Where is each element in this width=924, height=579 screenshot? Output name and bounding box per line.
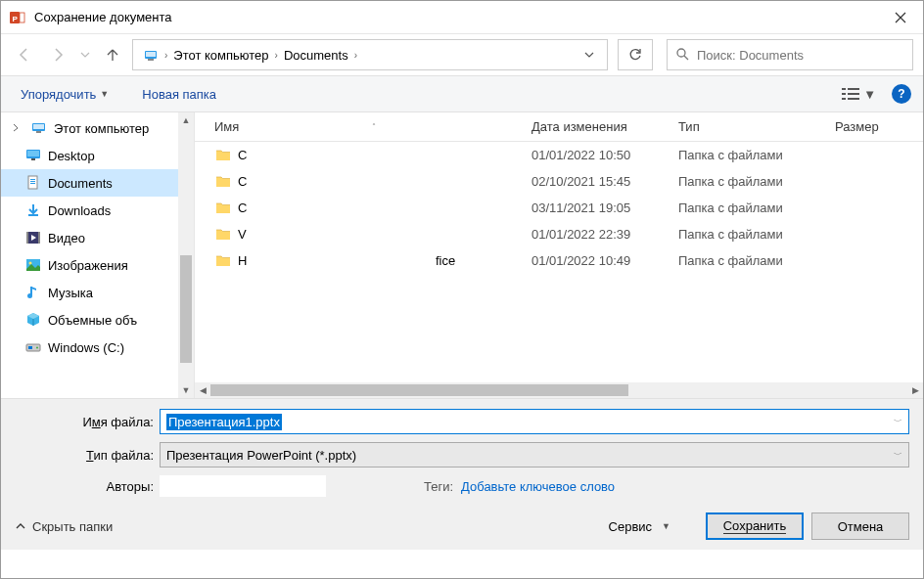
filename-input[interactable]: Презентация1.pptx ﹀ <box>160 409 909 434</box>
svg-rect-9 <box>842 93 846 95</box>
breadcrumb-root[interactable]: Этот компьютер <box>167 41 274 68</box>
folder-icon <box>214 173 232 191</box>
chevron-right-icon: › <box>354 50 357 61</box>
sidebar-item-desktop[interactable]: Desktop <box>1 142 194 169</box>
svg-rect-23 <box>28 214 38 216</box>
folder-icon <box>214 226 232 244</box>
scroll-up-icon[interactable]: ▲ <box>178 112 194 128</box>
svg-rect-7 <box>842 88 846 90</box>
file-name: V <box>238 227 531 242</box>
authors-label: Авторы: <box>15 479 160 494</box>
tags-add-link[interactable]: Добавьте ключевое слово <box>461 479 615 494</box>
filename-label: Имя файла: <box>15 415 160 429</box>
svg-rect-31 <box>28 346 32 349</box>
col-size-header[interactable]: Размер <box>835 119 913 134</box>
svg-rect-8 <box>848 88 859 90</box>
file-row[interactable]: C01/01/2022 10:50Папка с файлами <box>195 142 923 168</box>
close-button[interactable] <box>878 1 923 34</box>
new-folder-button[interactable]: Новая папка <box>134 83 224 106</box>
nav-back-button[interactable] <box>11 41 38 68</box>
svg-point-28 <box>29 262 32 265</box>
pc-icon <box>30 119 48 137</box>
img-icon <box>24 256 42 274</box>
hide-folders-button[interactable]: Скрыть папки <box>15 519 113 534</box>
sidebar-item-label: Этот компьютер <box>54 121 149 136</box>
breadcrumb-dropdown[interactable] <box>576 41 603 68</box>
help-button[interactable]: ? <box>892 84 911 104</box>
svg-rect-21 <box>30 181 35 182</box>
cancel-button[interactable]: Отмена <box>811 512 909 540</box>
sidebar-item-dl[interactable]: Downloads <box>1 197 194 224</box>
sort-asc-icon: ˄ <box>372 122 376 131</box>
nav-forward-button[interactable] <box>44 41 71 68</box>
svg-rect-19 <box>28 176 37 189</box>
col-name-label: Имя <box>214 119 239 134</box>
col-name-header[interactable]: Имя˄ <box>214 119 531 134</box>
organize-button[interactable]: Упорядочить ▼ <box>13 83 116 106</box>
sidebar-item-drive[interactable]: Windows (C:) <box>1 334 194 361</box>
folder-icon <box>214 200 232 217</box>
save-label: Сохранить <box>723 519 787 534</box>
breadcrumb-current[interactable]: Documents <box>278 41 354 68</box>
file-row[interactable]: V01/01/2022 22:39Папка с файлами <box>195 221 923 247</box>
search-icon <box>675 47 689 64</box>
svg-rect-5 <box>148 59 154 61</box>
breadcrumb-root-icon[interactable] <box>137 41 164 68</box>
file-row[interactable]: C02/10/2021 15:45Папка с файлами <box>195 168 923 195</box>
sidebar-item-label: Documents <box>48 176 113 191</box>
breadcrumb-bar[interactable]: › Этот компьютер › Documents › <box>132 39 608 70</box>
file-row[interactable]: Hfice01/01/2022 10:49Папка с файлами <box>195 247 923 274</box>
search-input[interactable] <box>697 48 904 63</box>
file-date: 01/01/2022 10:50 <box>531 148 678 162</box>
folder-icon <box>214 252 232 270</box>
expand-icon[interactable] <box>13 123 24 134</box>
doc-icon <box>24 174 42 192</box>
svg-rect-2 <box>20 13 24 22</box>
sidebar-item-3d[interactable]: Объемные объ <box>1 306 194 334</box>
nav-recent-dd[interactable] <box>77 41 93 68</box>
scroll-left-icon[interactable]: ◀ <box>195 382 210 398</box>
filetype-value: Презентация PowerPoint (*.pptx) <box>166 448 356 463</box>
sidebar-scrollbar[interactable]: ▲ ▼ <box>178 112 194 398</box>
scroll-right-icon[interactable]: ▶ <box>907 382 923 398</box>
view-options-button[interactable]: ▼ <box>836 83 882 106</box>
chevron-up-icon <box>15 520 26 532</box>
col-type-header[interactable]: Тип <box>678 119 835 134</box>
file-type: Папка с файлами <box>678 253 835 268</box>
horizontal-scrollbar[interactable]: ◀ ▶ <box>195 382 923 398</box>
sidebar-item-video[interactable]: Видео <box>1 224 194 251</box>
search-box[interactable] <box>667 39 913 70</box>
svg-rect-22 <box>30 183 35 184</box>
chevron-down-icon[interactable]: ﹀ <box>894 416 902 428</box>
breadcrumb-root-label: Этот компьютер <box>173 48 268 63</box>
file-type: Папка с файлами <box>678 227 835 242</box>
scroll-thumb[interactable] <box>210 384 628 396</box>
svg-rect-20 <box>30 179 35 180</box>
sidebar-item-music[interactable]: Музыка <box>1 279 194 306</box>
authors-input[interactable] <box>160 475 326 497</box>
svg-point-29 <box>27 293 32 298</box>
scroll-thumb[interactable] <box>180 255 192 363</box>
sidebar-item-label: Музыка <box>48 286 93 300</box>
service-button[interactable]: Сервис ▼ <box>599 515 680 538</box>
refresh-button[interactable] <box>618 39 653 70</box>
scroll-down-icon[interactable]: ▼ <box>178 382 194 398</box>
desktop-icon <box>24 147 42 164</box>
sidebar-item-img[interactable]: Изображения <box>1 251 194 279</box>
save-button[interactable]: Сохранить <box>706 512 804 540</box>
file-name-extra: fice <box>436 253 455 268</box>
sidebar-item-doc[interactable]: Documents <box>1 169 194 197</box>
filetype-select[interactable]: Презентация PowerPoint (*.pptx) ﹀ <box>160 442 909 468</box>
svg-rect-14 <box>33 124 44 129</box>
col-date-header[interactable]: Дата изменения <box>531 119 678 134</box>
sidebar-item-pc[interactable]: Этот компьютер <box>1 114 194 142</box>
nav-up-button[interactable] <box>99 41 126 68</box>
sidebar-item-label: Windows (C:) <box>48 340 124 355</box>
filetype-label: Тип файла: <box>15 448 160 463</box>
svg-point-32 <box>36 347 38 349</box>
file-row[interactable]: C03/11/2021 19:05Папка с файлами <box>195 195 923 221</box>
dl-icon <box>24 201 42 219</box>
drive-icon <box>24 338 42 356</box>
app-icon: P <box>9 9 26 26</box>
file-list: C01/01/2022 10:50Папка с файламиC02/10/2… <box>195 142 923 382</box>
